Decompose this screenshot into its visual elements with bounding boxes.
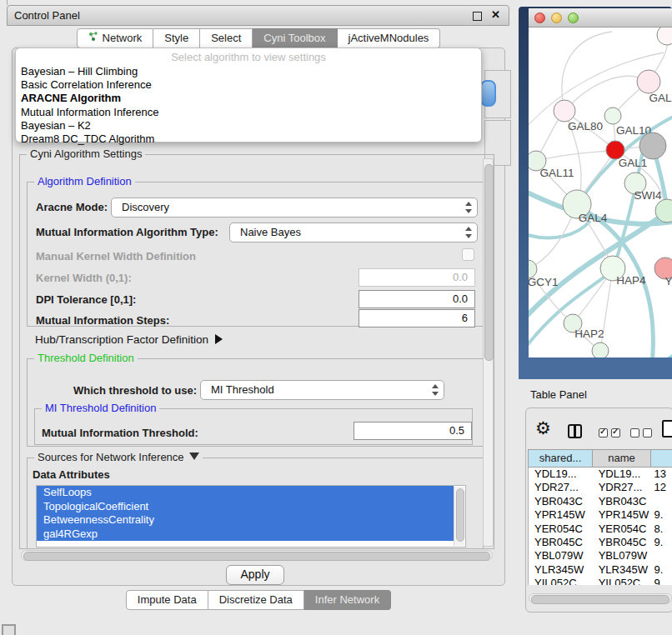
table-row[interactable]: YER054CYER054C8. [529,522,672,536]
algorithm-option[interactable]: Bayesian – K2 [19,119,478,132]
hub-definition-toggle[interactable]: Hub/Transcription Factor Definition [35,333,223,346]
table-cell[interactable] [649,495,672,508]
column-header-partial[interactable] [651,449,672,468]
scrollbar-thumb[interactable] [456,488,464,542]
table-horizontal-scrollbar[interactable] [529,593,672,603]
apply-button[interactable]: Apply [226,565,284,585]
table-row[interactable]: YBR045CYBR045C9. [529,536,672,549]
column-header-name[interactable]: name [593,449,651,468]
network-node[interactable] [657,28,672,45]
mi-algorithm-type-combo[interactable]: Naive Bayes [229,222,478,242]
scrollbar-thumb[interactable] [531,595,669,604]
attribute-list-item[interactable]: BetweennessCentrality [37,513,454,528]
column-visibility-icon[interactable] [568,424,582,438]
network-node[interactable] [592,342,609,358]
aracne-mode-combo[interactable]: Discovery [111,198,478,218]
tab-style[interactable]: Style [153,28,200,48]
algorithm-option[interactable]: Mutual Information Inference [19,106,478,119]
minimize-traffic-light-icon[interactable] [551,12,562,23]
table-row[interactable]: YBL079WYBL079W [529,549,672,562]
tab-jactivemnodules[interactable]: jActiveMNodules [338,28,441,48]
column-header-shared-name[interactable]: shared... [528,449,593,468]
dpi-tolerance-field[interactable]: 0.0 [359,290,475,308]
settings-gear-icon[interactable]: ⚙ [535,420,551,437]
sources-toggle[interactable]: Sources for Network Inference [34,452,203,463]
table-cell[interactable]: 13 [649,468,672,481]
network-node-gal80[interactable] [554,100,575,122]
table-cell[interactable]: YBR045C [529,536,593,549]
table-row[interactable]: YLR345WYLR345W9. [529,563,672,577]
table-cell[interactable]: 9. [649,577,672,585]
table-cell[interactable]: YBL079W [529,549,593,562]
table-cell[interactable]: 9. [649,536,672,549]
network-edge[interactable] [529,212,667,321]
mi-threshold-field[interactable]: 0.5 [354,422,472,440]
table-cell[interactable]: YIL052C [593,577,650,585]
network-edge[interactable] [627,351,672,358]
scrollbar-thumb[interactable] [484,164,494,361]
table-cell[interactable]: YER054C [593,522,650,536]
kernel-width-field[interactable]: 0.0 [359,268,475,287]
deselect-all-icon[interactable] [630,428,652,438]
network-edge[interactable] [564,76,649,111]
network-node[interactable] [639,132,666,159]
data-attributes-list[interactable]: SelfLoopsTopologicalCoefficientBetweenne… [36,485,466,548]
table-cell[interactable]: 9. [649,563,672,577]
table-cell[interactable]: YBR045C [593,536,650,549]
tab-impute-data[interactable]: Impute Data [126,590,208,610]
table-cell[interactable]: YDL19... [529,468,593,481]
table-cell[interactable]: YDR27... [529,481,593,494]
table-cell[interactable]: YIL052C [529,577,593,585]
table-cell[interactable]: YBR043C [593,495,650,508]
algorithm-option[interactable]: Basic Correlation Inference [19,78,478,92]
table-row[interactable]: YPR145WYPR145W9. [529,508,672,522]
tab-cyni-toolbox[interactable]: Cyni Toolbox [253,28,337,48]
table-row[interactable]: YBR043CYBR043C [529,495,672,508]
import-table-icon[interactable] [662,420,672,438]
table-cell[interactable]: YDL19... [593,468,650,481]
network-window-titlebar[interactable] [529,8,672,28]
select-all-icon[interactable] [599,428,620,438]
table-cell[interactable]: 9. [649,508,672,522]
table-cell[interactable]: YLR345W [593,563,650,577]
algorithm-option[interactable]: Bayesian – Hill Climbing [19,65,478,78]
table-cell[interactable] [649,549,672,562]
network-node-gal10[interactable] [604,108,621,124]
settings-vertical-scrollbar[interactable] [483,158,494,547]
algorithm-option[interactable]: ARACNE Algorithm [19,92,478,105]
mi-steps-field[interactable]: 6 [359,309,475,328]
settings-horizontal-scrollbar[interactable] [21,550,493,561]
table-cell[interactable]: YER054C [529,522,593,536]
list-vertical-scrollbar[interactable] [454,487,464,546]
tab-network[interactable]: Network [77,28,154,48]
attribute-list-item[interactable]: gal4RGexp [37,528,454,542]
table-row[interactable]: YIL052CYIL052C9. [529,577,672,585]
scrollbar-thumb[interactable] [23,552,490,561]
table-cell[interactable]: YBL079W [593,549,650,562]
which-threshold-combo[interactable]: MI Threshold [200,380,444,400]
corner-grip-icon[interactable] [2,624,16,635]
close-traffic-light-icon[interactable] [534,12,545,23]
table-cell[interactable]: 8. [649,522,672,536]
network-node-gal[interactable] [637,70,660,93]
network-view-window[interactable]: GALGAL80GAL10GAL1GAL11SWI4GAL4GCY1HAP4YH… [519,7,672,379]
table-cell[interactable]: YLR345W [529,563,593,577]
zoom-traffic-light-icon[interactable] [568,12,579,23]
manual-kernel-width-checkbox[interactable] [462,248,474,261]
tab-discretize-data[interactable]: Discretize Data [208,590,304,610]
table-cell[interactable]: YPR145W [529,508,593,522]
tab-infer-network[interactable]: Infer Network [304,590,391,610]
table-cell[interactable]: YDR27... [593,481,650,494]
algorithm-option[interactable]: Dream8 DC_TDC Algorithm [19,132,478,146]
attribute-list-item[interactable]: TopologicalCoefficient [37,500,454,514]
close-icon[interactable]: ✕ [491,8,500,21]
tab-select[interactable]: Select [200,28,253,48]
table-row[interactable]: YDL19...YDL19...13 [529,468,672,481]
table-cell[interactable]: 12 [649,481,672,494]
attribute-list-item[interactable]: SelfLoops [37,486,454,500]
table-cell[interactable]: YBR043C [529,495,593,508]
table-row[interactable]: YDR27...YDR27...12 [529,481,672,494]
float-window-icon[interactable] [473,12,482,21]
network-canvas[interactable]: GALGAL80GAL10GAL1GAL11SWI4GAL4GCY1HAP4YH… [529,28,672,358]
network-edge[interactable] [536,150,615,161]
